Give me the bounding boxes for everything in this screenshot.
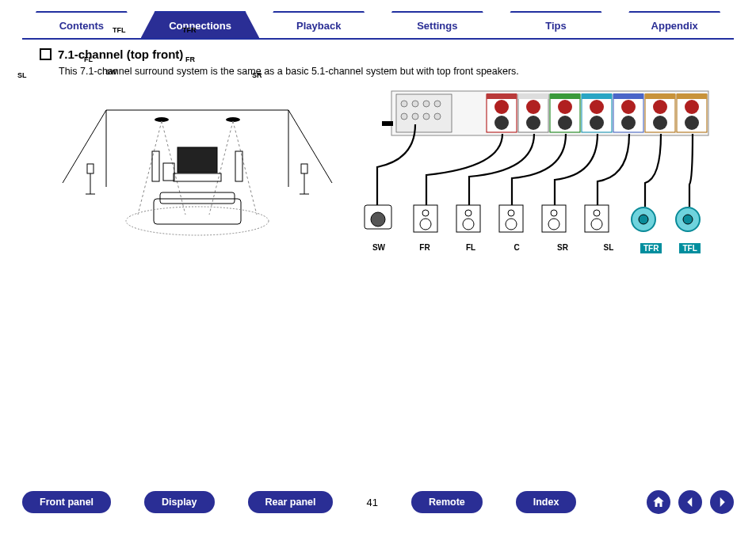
svg-rect-8 — [178, 147, 217, 173]
svg-point-54 — [653, 116, 667, 130]
nav-remote[interactable]: Remote — [411, 491, 483, 513]
room-layout-figure: TFL TFR FL FR SL SR SW — [59, 88, 336, 246]
nav-index[interactable]: Index — [516, 491, 577, 513]
clabel-fr: FR — [410, 243, 439, 253]
svg-point-79 — [639, 215, 648, 224]
next-page-button[interactable] — [710, 490, 734, 514]
label-sl: SL — [17, 71, 27, 79]
svg-rect-9 — [174, 173, 221, 181]
label-fl: FL — [84, 55, 93, 63]
svg-point-46 — [590, 116, 604, 130]
svg-point-33 — [494, 100, 509, 114]
connection-diagram: SW FR FL C SR SL TFR TFL — [360, 88, 724, 254]
section-body: This 7.1-channel surround system is the … — [59, 66, 734, 77]
clabel-sr: SR — [548, 243, 577, 253]
svg-point-42 — [558, 116, 572, 130]
svg-rect-43 — [550, 93, 580, 99]
bullet-box-icon — [40, 48, 52, 60]
section-title: 7.1-channel (top front) — [58, 48, 183, 61]
svg-point-38 — [526, 116, 540, 130]
svg-point-50 — [621, 116, 636, 130]
svg-point-27 — [434, 101, 441, 107]
svg-point-31 — [434, 113, 441, 120]
svg-point-70 — [508, 210, 514, 216]
svg-rect-35 — [487, 93, 517, 99]
manual-page: Contents Connections Playback Settings T… — [0, 0, 756, 533]
home-icon — [651, 495, 666, 509]
svg-rect-51 — [613, 93, 643, 99]
svg-point-57 — [685, 100, 699, 114]
page-number: 41 — [366, 497, 377, 508]
nav-display[interactable]: Display — [144, 491, 214, 513]
arrow-left-icon — [683, 495, 697, 509]
svg-rect-10 — [163, 163, 174, 181]
svg-rect-39 — [518, 93, 548, 99]
bottom-nav: Front panel Display Rear panel 41 Remote… — [22, 490, 734, 514]
svg-point-71 — [506, 219, 517, 230]
tab-playback[interactable]: Playback — [259, 11, 378, 38]
arrow-right-icon — [715, 495, 729, 509]
svg-rect-19 — [154, 199, 241, 224]
svg-point-49 — [621, 100, 636, 114]
clabel-tfl: TFL — [679, 243, 700, 253]
svg-point-65 — [420, 219, 431, 230]
svg-point-62 — [371, 212, 385, 227]
label-sw: SW — [105, 68, 117, 76]
svg-point-73 — [551, 210, 557, 216]
svg-point-58 — [685, 116, 699, 130]
label-tfl: TFL — [113, 26, 126, 34]
svg-point-68 — [463, 219, 474, 230]
svg-rect-60 — [382, 121, 393, 126]
svg-point-29 — [412, 113, 418, 120]
svg-rect-16 — [301, 164, 307, 173]
tab-connections[interactable]: Connections — [141, 11, 260, 38]
section-heading: 7.1-channel (top front) — [40, 48, 734, 61]
tab-tips[interactable]: Tips — [497, 11, 616, 38]
tab-appendix[interactable]: Appendix — [615, 11, 734, 38]
svg-rect-20 — [160, 192, 235, 204]
svg-point-74 — [548, 219, 559, 230]
label-sr: SR — [252, 71, 262, 79]
figures-row: TFL TFR FL FR SL SR SW — [59, 88, 734, 254]
label-tfr: TFR — [182, 26, 197, 34]
svg-point-34 — [494, 116, 509, 130]
svg-point-21 — [126, 207, 269, 235]
connection-labels: SW FR FL C SR SL TFR TFL — [365, 243, 724, 253]
svg-rect-59 — [677, 93, 707, 99]
svg-rect-55 — [645, 93, 675, 99]
svg-rect-13 — [87, 164, 94, 173]
tab-settings[interactable]: Settings — [378, 11, 497, 38]
svg-point-81 — [683, 215, 693, 224]
svg-point-76 — [594, 210, 600, 216]
svg-point-77 — [591, 219, 602, 230]
clabel-sl: SL — [594, 243, 623, 253]
clabel-fl: FL — [456, 243, 485, 253]
svg-point-26 — [423, 101, 430, 107]
clabel-tfr: TFR — [640, 243, 662, 253]
svg-point-30 — [423, 113, 430, 120]
svg-rect-47 — [582, 93, 612, 99]
svg-point-67 — [465, 210, 472, 216]
prev-page-button[interactable] — [678, 490, 702, 514]
svg-point-41 — [558, 100, 572, 114]
svg-point-28 — [401, 113, 407, 120]
top-nav-tabs: Contents Connections Playback Settings T… — [22, 11, 734, 40]
svg-line-7 — [233, 121, 257, 215]
clabel-c: C — [502, 243, 531, 253]
svg-point-53 — [653, 100, 667, 114]
home-button[interactable] — [647, 490, 670, 514]
svg-point-64 — [422, 210, 429, 216]
label-fr: FR — [185, 55, 195, 63]
svg-point-45 — [590, 100, 604, 114]
nav-rear-panel[interactable]: Rear panel — [248, 491, 334, 513]
svg-line-4 — [138, 121, 162, 215]
svg-point-24 — [401, 101, 407, 107]
svg-point-37 — [526, 100, 540, 114]
nav-front-panel[interactable]: Front panel — [22, 491, 111, 513]
svg-point-25 — [412, 101, 418, 107]
clabel-sw: SW — [365, 243, 393, 253]
